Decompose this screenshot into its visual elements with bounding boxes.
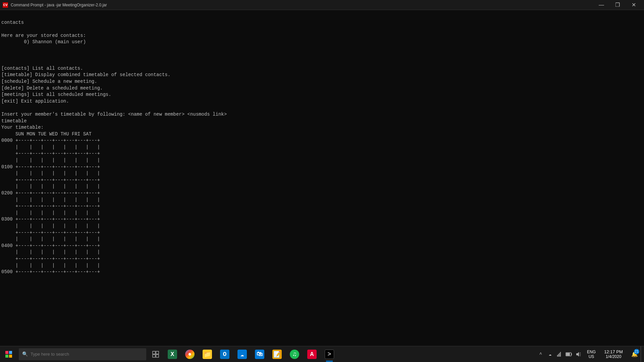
excel-icon: X: [168, 350, 177, 359]
region-label: US: [589, 354, 594, 359]
start-sq-1: [5, 351, 8, 354]
taskbar-app-chrome[interactable]: ●: [181, 346, 199, 362]
svg-marker-11: [576, 352, 579, 357]
taskbar-app-excel[interactable]: X: [164, 346, 181, 362]
svg-line-12: [580, 353, 581, 353]
taskbar-app-outlook[interactable]: O: [216, 346, 233, 362]
console-output: contacts Here are your stored contacts: …: [0, 10, 644, 346]
taskbar-app-files[interactable]: 📁: [199, 346, 216, 362]
taskbar-app-onedrive[interactable]: ☁: [233, 346, 251, 362]
taskbar-app-sticky-notes[interactable]: 📝: [268, 346, 286, 362]
taskbar-apps: X●📁O☁🛍📝♫A>: [164, 346, 338, 362]
svg-rect-0: [153, 351, 155, 354]
search-icon: 🔍: [22, 351, 28, 357]
notification-badge: 21: [634, 349, 639, 354]
chrome-icon: ●: [185, 350, 195, 359]
language-label: ENG: [587, 350, 596, 354]
start-icon: [5, 351, 12, 358]
svg-rect-5: [558, 354, 559, 357]
svg-rect-9: [571, 353, 572, 355]
titlebar: CV Command Prompt - java -jar MeetingOrg…: [0, 0, 644, 10]
search-input[interactable]: [31, 352, 143, 357]
onedrive-icon: ☁: [237, 350, 247, 359]
notification-button[interactable]: 🔔 21: [629, 346, 641, 362]
svg-rect-6: [559, 353, 560, 357]
titlebar-controls: — ❐ ✕: [594, 0, 641, 10]
tray-expand-icon[interactable]: ^: [536, 346, 545, 362]
spotify-icon: ♫: [290, 350, 299, 359]
clock-date: 1/4/2020: [606, 354, 622, 359]
taskbar-app-spotify[interactable]: ♫: [286, 346, 303, 362]
cmd-icon: >: [325, 350, 334, 359]
tray-volume-icon[interactable]: [574, 346, 583, 362]
files-icon: 📁: [203, 350, 212, 359]
console-text: contacts Here are your stored contacts: …: [1, 20, 227, 275]
start-sq-2: [9, 351, 12, 354]
sticky notes-icon: 📝: [272, 350, 282, 359]
taskbar: 🔍 X●📁O☁🛍📝♫A> ^ ☁: [0, 346, 644, 362]
clock-area[interactable]: 12:17 PM 1/4/2020: [598, 346, 629, 362]
tray-network-icon[interactable]: [555, 346, 564, 362]
svg-line-14: [580, 355, 581, 356]
active-app-indicator: [326, 361, 333, 362]
outlook-icon: O: [220, 350, 229, 359]
svg-rect-2: [153, 355, 155, 357]
tray-battery-icon[interactable]: [564, 346, 574, 362]
taskbar-app-cmd[interactable]: >: [321, 346, 338, 362]
task-view-icon: [152, 351, 159, 358]
search-bar[interactable]: 🔍: [19, 348, 146, 360]
svg-rect-1: [156, 351, 159, 354]
angular-icon: A: [307, 350, 317, 359]
start-sq-4: [9, 355, 12, 358]
titlebar-title: Command Prompt - java -jar MeetingOrgani…: [11, 3, 594, 7]
titlebar-icon-text: CV: [3, 3, 7, 7]
taskbar-app-angular[interactable]: A: [303, 346, 321, 362]
svg-rect-4: [557, 355, 558, 357]
taskbar-right: ^ ☁: [535, 346, 644, 362]
taskbar-app-store[interactable]: 🛍: [251, 346, 268, 362]
tray-icons: ^ ☁: [535, 346, 584, 362]
svg-rect-10: [566, 353, 570, 356]
clock-time: 12:17 PM: [604, 349, 623, 354]
svg-rect-7: [560, 352, 561, 357]
language-area[interactable]: ENG US: [584, 346, 598, 362]
store-icon: 🛍: [255, 350, 264, 359]
titlebar-icon: CV: [3, 2, 8, 8]
start-sq-3: [5, 355, 8, 358]
tray-onedrive-icon[interactable]: ☁: [545, 346, 555, 362]
start-button[interactable]: [0, 346, 17, 362]
minimize-button[interactable]: —: [594, 0, 609, 10]
close-button[interactable]: ✕: [626, 0, 641, 10]
task-view-button[interactable]: [148, 346, 164, 362]
svg-rect-3: [156, 355, 159, 357]
restore-button[interactable]: ❐: [610, 0, 625, 10]
show-desktop-button[interactable]: [641, 346, 644, 362]
